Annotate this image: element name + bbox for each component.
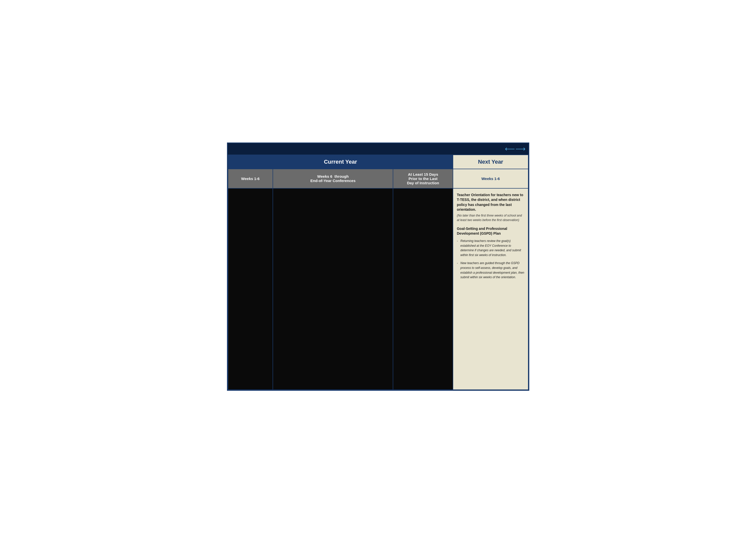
main-table: Current Year Next Year Weeks 1-6 Weeks 6… — [228, 155, 528, 390]
arrow-bar: ⟵⟶ — [228, 143, 528, 155]
subheader-weeks6-end: Weeks 6 throughEnd-of-Year Conferences — [273, 169, 393, 188]
cell-next-year-content: Teacher Orientation for teachers new to … — [453, 188, 528, 390]
content-row: Teacher Orientation for teachers new to … — [228, 188, 528, 390]
subheader-weeks1-6: Weeks 1-6 — [228, 169, 273, 188]
cell-weeks6-end-content — [273, 188, 393, 390]
subheader-row: Weeks 1-6 Weeks 6 throughEnd-of-Year Con… — [228, 169, 528, 188]
bidirectional-arrow-icon: ⟵⟶ — [505, 145, 526, 153]
current-year-header: Current Year — [228, 155, 453, 169]
subheader-next-year-weeks1-6: Weeks 1-6 — [453, 169, 528, 188]
orientation-title: Teacher Orientation for teachers new to … — [457, 192, 524, 212]
gspd-title: Goal-Setting and Professional Developmen… — [457, 226, 524, 236]
orientation-subtitle: (No later than the first three weeks of … — [457, 213, 524, 222]
subheader-15days: At Least 15 DaysPrior to the LastDay of … — [393, 169, 453, 188]
next-year-header: Next Year — [453, 155, 528, 169]
gspd-list: Returning teachers review the goal(s) es… — [457, 239, 524, 280]
gspd-item-new: New teachers are guided through the GSPD… — [457, 261, 524, 279]
outer-wrapper: ⟵⟶ Current Year Next Year Weeks 1-6 Week… — [227, 142, 529, 391]
cell-15days-content — [393, 188, 453, 390]
gspd-item-returning: Returning teachers review the goal(s) es… — [457, 239, 524, 257]
header-row: Current Year Next Year — [228, 155, 528, 169]
cell-weeks1-6-content — [228, 188, 273, 390]
